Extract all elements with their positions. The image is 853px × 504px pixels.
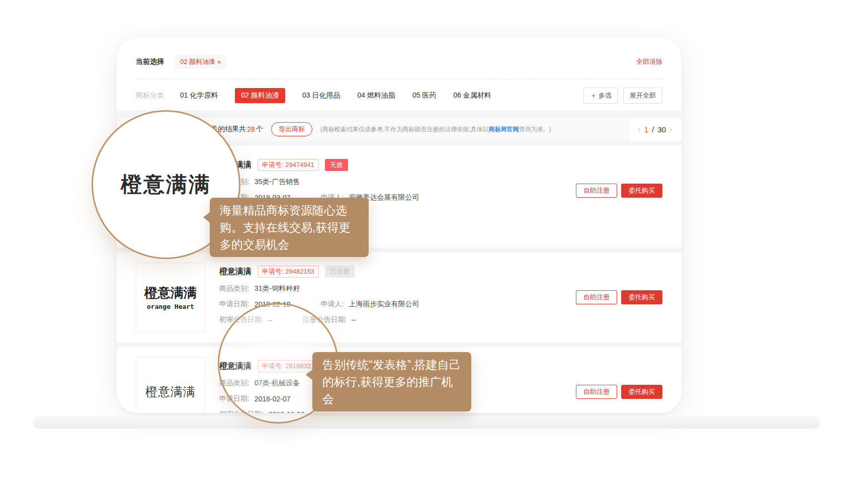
clear-all-button[interactable]: 全部清除 [636, 57, 662, 66]
trademark-image[interactable]: 橙意满满 [136, 357, 205, 413]
trademark-details: 橙意满满 申请号: 29482153 已注册 商品类别: 31类-饲料种籽 申请… [219, 263, 562, 332]
category-bar: 商标分类 01 化学原料 02 颜料油漆 03 日化用品 04 燃料油脂 05 … [136, 88, 662, 111]
applicant-value: 上海雨步实业有限公司 [349, 300, 419, 309]
close-icon[interactable]: × [217, 58, 221, 66]
tooltip-arrow-icon [203, 212, 210, 223]
tooltip-promotion: 告别传统“发表格”,搭建自己的标行,获得更多的推广机会 [312, 352, 471, 411]
page-separator: / [652, 125, 654, 134]
device-base-bar [33, 416, 820, 429]
application-number-label: 申请号: [262, 161, 284, 169]
application-number-value: 29474941 [285, 161, 314, 169]
self-register-button[interactable]: 自助注册 [576, 184, 617, 198]
trademark-name[interactable]: 橙意满满 [219, 361, 251, 372]
reg-announce-value: – [352, 315, 356, 324]
first-announce-label: 初审公告日期: [219, 315, 264, 324]
selected-filter-tag[interactable]: 02 颜料油漆 × [175, 55, 226, 69]
first-announce-value: – [269, 316, 273, 324]
results-count: 28 [247, 125, 255, 133]
application-number-value: 29198321 [285, 362, 314, 370]
application-number-tag: 申请号: 29482153 [258, 266, 319, 278]
disclaimer-post: 查询为准。) [519, 126, 551, 133]
first-announce-value: 2018-10-06 [269, 410, 305, 413]
status-badge: 无效 [325, 159, 348, 171]
row-separator [117, 342, 681, 347]
category-item-06[interactable]: 06 金属材料 [453, 91, 491, 100]
current-selection-bar: 当前选择 02 颜料油漆 × 全部清除 [136, 55, 662, 69]
row-actions: 自助注册 委托购买 [576, 184, 662, 198]
trademark-image-text: 橙意满满 [145, 384, 196, 400]
reg-announce-label: 注册公告日期: [303, 315, 347, 324]
multi-select-button[interactable]: ＋ 多选 [583, 88, 618, 104]
export-trademarks-button[interactable]: 导出商标 [271, 122, 312, 136]
current-page: 1 [644, 125, 648, 134]
apply-date-value: 2018-02-10 [254, 300, 291, 308]
selected-filter-tag-label: 02 颜料油漆 [180, 57, 215, 66]
tooltip-text: 海量精品商标资源随心选购。支持在线交易,获得更多的交易机会 [220, 204, 350, 251]
page: 当前选择 02 颜料油漆 × 全部清除 商标分类 01 化学原料 02 颜料油漆… [0, 0, 853, 504]
dashed-divider [136, 79, 662, 79]
application-number-label: 申请号: [262, 268, 284, 275]
category-value: 31类-饲料种籽 [254, 284, 300, 293]
self-register-button[interactable]: 自助注册 [576, 290, 617, 304]
first-announce-label: 初审公告日期: [219, 410, 264, 413]
tooltip-marketplace: 海量精品商标资源随心选购。支持在线交易,获得更多的交易机会 [210, 198, 369, 257]
apply-date-label: 申请日期: [219, 394, 249, 403]
category-label: 商品类别: [219, 284, 249, 293]
category-item-03[interactable]: 03 日化用品 [302, 91, 340, 100]
entrust-buy-button[interactable]: 委托购买 [621, 290, 662, 304]
trademark-image[interactable]: 橙意满满 orange Heart [136, 263, 205, 332]
disclaimer-pre: (商标检索结果仅供参考,不作为商标能否注册的法律依据;具体以 [320, 126, 489, 133]
row-actions: 自助注册 委托购买 [576, 290, 662, 304]
entrust-buy-button[interactable]: 委托购买 [621, 385, 662, 399]
category-value: 35类-广告销售 [254, 178, 300, 187]
prev-page-icon[interactable]: ‹ [638, 124, 641, 134]
disclaimer-text: (商标检索结果仅供参考,不作为商标能否注册的法律依据;具体以商标局官网查询为准。… [320, 125, 551, 134]
status-badge: 已注册 [325, 266, 355, 278]
trademark-result-row: 橙意满满 orange Heart 橙意满满 申请号: 29482153 已注册… [117, 253, 681, 342]
category-value: 07类-机械设备 [254, 379, 300, 388]
category-actions: ＋ 多选 展开全部 [583, 88, 662, 104]
results-summary-unit: 个 [256, 125, 263, 134]
next-page-icon[interactable]: › [669, 124, 672, 134]
trademark-image-subtext: orange Heart [147, 303, 194, 310]
category-item-04[interactable]: 04 燃料油脂 [357, 91, 395, 100]
apply-date-value: 2018-02-07 [254, 395, 291, 403]
total-pages: 30 [657, 125, 666, 134]
application-number-value: 29482153 [285, 268, 314, 275]
trademark-office-link[interactable]: 商标局官网 [489, 126, 519, 133]
magnified-trademark-text: 橙意满满 [121, 171, 211, 199]
tooltip-arrow-icon [306, 369, 313, 380]
row-actions: 自助注册 委托购买 [576, 385, 662, 399]
category-bar-label: 商标分类 [136, 91, 164, 100]
category-item-01[interactable]: 01 化学原料 [180, 91, 218, 100]
expand-all-button[interactable]: 展开全部 [623, 88, 662, 104]
applicant-label: 申请人: [321, 300, 344, 309]
header: 当前选择 02 颜料油漆 × 全部清除 商标分类 01 化学原料 02 颜料油漆… [117, 38, 681, 111]
entrust-buy-button[interactable]: 委托购买 [621, 184, 662, 198]
tooltip-text: 告别传统“发表格”,搭建自己的标行,获得更多的推广机会 [322, 358, 461, 405]
current-selection-label: 当前选择 [136, 57, 164, 66]
application-number-tag: 申请号: 29474941 [258, 159, 319, 171]
trademark-image-text: 橙意满满 [144, 284, 197, 302]
application-number-label: 申请号: [262, 362, 284, 370]
section-separator [117, 111, 681, 118]
apply-date-label: 申请日期: [219, 300, 249, 309]
pagination: ‹ 1 / 30 › [628, 118, 681, 141]
category-item-02-active[interactable]: 02 颜料油漆 [235, 88, 285, 103]
trademark-name[interactable]: 橙意满满 [219, 267, 251, 277]
category-item-05[interactable]: 05 医药 [412, 91, 436, 100]
self-register-button[interactable]: 自助注册 [576, 385, 617, 399]
category-label: 商品类别: [219, 379, 249, 388]
